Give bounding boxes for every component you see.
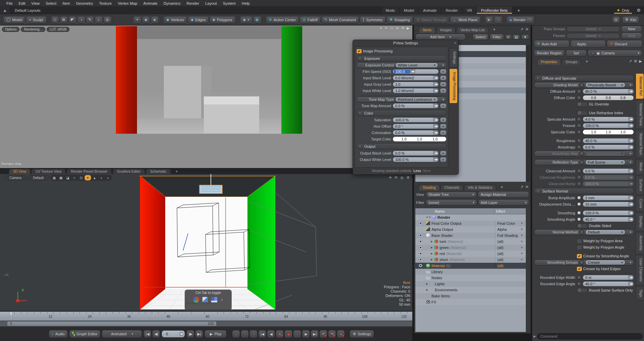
actor-button[interactable]: ✦ (133, 16, 141, 24)
anim-mode-select[interactable]: Animated (102, 330, 142, 338)
expand-arrow-icon[interactable]: ▶ (430, 246, 433, 249)
dropdown-caret-icon[interactable] (621, 261, 624, 264)
view-preset-button[interactable]: Default (28, 175, 49, 180)
stepper-icon[interactable] (433, 130, 439, 135)
tool-button[interactable]: ⊞ (60, 16, 68, 24)
next-key-icon[interactable]: ▶| (311, 330, 319, 338)
globe-button[interactable]: ◉ (253, 16, 261, 24)
range-end[interactable]: 120 (208, 322, 214, 326)
value-field[interactable]: 40.0 ° (583, 281, 634, 287)
category-tab[interactable]: Material Trans (636, 100, 644, 129)
gear-icon[interactable]: ⚙ (634, 59, 637, 63)
viewport-tab[interactable]: 3D View (9, 169, 31, 174)
value-field[interactable]: 4.0 % (583, 117, 634, 122)
mini-dropdown-icon[interactable] (440, 82, 447, 87)
actor-button[interactable]: ◆ (142, 16, 150, 24)
value-field[interactable]: Physically Based (585, 82, 626, 88)
stepper-icon[interactable] (628, 282, 634, 286)
channel-toggle-icon[interactable] (577, 95, 582, 100)
checkbox[interactable] (577, 245, 582, 250)
layout-tab[interactable]: Modo (381, 7, 400, 14)
stepper-icon[interactable] (628, 89, 634, 94)
split-panel-icon[interactable]: ✛ (525, 27, 528, 32)
channel-toggle-icon[interactable] (577, 202, 582, 207)
playhead[interactable] (11, 312, 11, 318)
stepper-icon[interactable] (433, 88, 439, 93)
mini-dropdown-icon[interactable] (440, 130, 447, 135)
stepper-icon[interactable] (628, 117, 634, 122)
record-icon[interactable]: ● (284, 330, 292, 338)
channel-toggle-icon[interactable] (579, 83, 584, 87)
layout-tab[interactable]: + (512, 7, 525, 14)
tool-button[interactable]: ○ (95, 16, 103, 24)
effect-value[interactable]: (all) (495, 257, 521, 262)
channel-toggle-icon[interactable] (579, 260, 584, 265)
stepper-icon[interactable] (628, 217, 634, 222)
stepper-icon[interactable] (628, 123, 634, 128)
stepper-icon[interactable] (410, 69, 415, 74)
go-end-icon[interactable]: ▶| (195, 330, 203, 338)
stepper-icon[interactable] (628, 145, 634, 150)
extra-button[interactable]: ◔ (494, 16, 502, 24)
render-button[interactable]: ● Render F9 (507, 16, 534, 24)
panel-tab[interactable]: Images (436, 27, 456, 33)
channel-toggle-icon[interactable] (577, 175, 582, 180)
menu-item[interactable]: Edit (16, 1, 29, 5)
add-layer-select[interactable]: Add Layer (478, 199, 530, 206)
camera-view-button[interactable]: Camera (5, 175, 26, 180)
value-field[interactable]: 0.0 % (583, 144, 634, 150)
value-field[interactable]: 1.0 1.0 1.0 (583, 129, 634, 135)
stepper-icon[interactable] (628, 275, 634, 280)
channel-toggle-icon[interactable] (577, 217, 582, 222)
category-tab[interactable]: Material Rays (636, 130, 644, 158)
value-field[interactable]: 40.0 % (583, 138, 634, 143)
value-field[interactable]: 0.0 ° (393, 124, 439, 129)
mini-dropdown-icon[interactable] (440, 124, 447, 129)
grid-style-icon[interactable]: ▦ (51, 175, 57, 180)
checkbox[interactable] (356, 49, 362, 54)
stepper-icon[interactable] (628, 211, 634, 215)
shader-row[interactable]: ▶ green (Material) (all) ▾ (415, 245, 526, 251)
wire-style-icon[interactable]: ≈ (71, 175, 78, 180)
shader-row[interactable]: Bake Items (415, 293, 526, 299)
expand-arrow-icon[interactable]: ▶ (430, 258, 433, 261)
mini-dropdown-icon[interactable] (440, 157, 447, 162)
effect-dropdown-icon[interactable]: ▾ (521, 228, 526, 231)
range-bar[interactable]: 0 120 (0, 321, 412, 326)
value-field[interactable]: Default (585, 229, 626, 235)
gl-shading-icon[interactable]: ✦ (85, 175, 91, 180)
value-field[interactable]: 100.0 % (393, 157, 439, 162)
prev-key-icon[interactable]: |◀ (258, 330, 266, 338)
shader-row[interactable]: Nodes (415, 275, 526, 281)
play-button[interactable]: ▶ Play (204, 330, 227, 338)
visibility-eye-icon[interactable] (419, 240, 422, 243)
component-mode-button[interactable]: ◆ Polygons (210, 16, 235, 24)
channel-toggle-icon[interactable] (577, 169, 582, 173)
stepper-icon[interactable] (433, 103, 439, 108)
category-tab[interactable]: Material Ref (636, 73, 644, 99)
value-field[interactable]: White Level (395, 62, 438, 68)
dropdown-caret-icon[interactable] (621, 161, 624, 164)
value-field[interactable]: Reinhard Luminance (395, 97, 438, 102)
less-button[interactable]: Less (413, 169, 421, 173)
panel-tab[interactable]: Channels (441, 184, 463, 190)
menu-item[interactable]: System (220, 1, 239, 5)
split-panel-icon[interactable]: ✛ (525, 185, 528, 189)
layout-tab[interactable]: VR (462, 7, 476, 14)
stepper-icon[interactable] (433, 76, 439, 80)
redo-key-icon[interactable]: ↷ (328, 330, 336, 338)
dropdown-caret-icon[interactable] (621, 152, 624, 155)
tool-button[interactable]: ✎ (86, 16, 94, 24)
menu-item[interactable]: Layout (202, 1, 220, 5)
passes-select[interactable]: (none) (566, 33, 620, 39)
bounds-style-icon[interactable]: ⊡ (78, 175, 84, 180)
checkbox[interactable] (577, 239, 582, 244)
panel-tab[interactable]: Items (419, 27, 435, 33)
close-circle-icon[interactable]: ○ (454, 41, 456, 45)
kits-button[interactable]: ⚙ Kits (622, 16, 639, 24)
value-field[interactable]: 2 mm (583, 195, 634, 201)
prev-frame-icon[interactable]: ◀| (152, 330, 160, 338)
mini-dropdown-icon[interactable] (440, 75, 447, 81)
visibility-eye-icon[interactable] (419, 234, 422, 237)
mode-button[interactable]: ◯ Model (3, 16, 25, 24)
